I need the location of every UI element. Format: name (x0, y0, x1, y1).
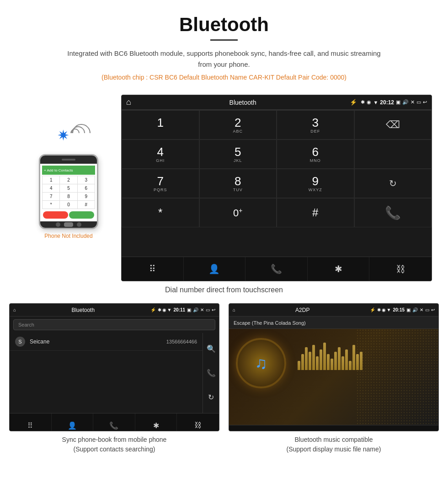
pb-nav-bt[interactable]: ✱ (135, 413, 177, 431)
pb-contact-row[interactable]: S Seicane 13566664466 (10, 333, 203, 351)
phone-btn (77, 222, 81, 227)
dial-grid: 1 . 2 ABC 3 DEF ⌫ 4 GHI 5 JKL 6 (122, 110, 432, 257)
pb-scr-icon[interactable]: ▭ (206, 307, 210, 312)
pb-title: Bluetooth (16, 307, 150, 313)
phone-key[interactable]: 5 (60, 184, 77, 192)
pb-cam-icon[interactable]: ▣ (187, 307, 191, 312)
close-icon[interactable]: ✕ (411, 99, 415, 105)
page-title: Bluetooth (9, 14, 439, 36)
phone-speaker (62, 159, 75, 161)
dial-key-6[interactable]: 6 MNO (277, 140, 354, 169)
dial-key-hash[interactable]: # (277, 198, 354, 227)
phone-key[interactable]: 6 (78, 184, 95, 192)
android-nav-bar: ⠿ 👤 📞 ✱ ⛓ (122, 257, 432, 281)
dial-key-refresh[interactable]: ↻ (354, 169, 432, 198)
pb-close-icon[interactable]: ✕ (200, 307, 204, 312)
music-bt-logo: ♫ (255, 354, 267, 373)
phone-key[interactable]: * (43, 201, 59, 209)
pb-contact-number: 13566664466 (166, 339, 197, 344)
location-icon: ◉ (367, 99, 371, 105)
phone-key[interactable]: 1 (43, 176, 59, 184)
signal-arc3 (69, 120, 95, 146)
nav-link[interactable]: ⛓ (369, 257, 432, 281)
statusbar-time: 20:12 (380, 99, 394, 106)
dial-key-9[interactable]: 9 WXYZ (277, 169, 354, 198)
phone-key[interactable]: 2 (60, 176, 77, 184)
dial-key-1[interactable]: 1 . (122, 110, 199, 140)
music-vol-icon[interactable]: 🔊 (412, 307, 418, 312)
pb-nav-dialpad[interactable]: ⠿ (10, 413, 52, 431)
pb-contact-avatar: S (15, 337, 25, 347)
dial-key-4[interactable]: 4 GHI (122, 140, 199, 169)
nav-bluetooth[interactable]: ✱ (308, 257, 370, 281)
pb-usb-icon: ⚡ (150, 307, 156, 312)
pb-nav-link[interactable]: ⛓ (177, 413, 219, 431)
music-sig-icon: ▼ (387, 307, 391, 312)
phone-btn (56, 222, 60, 227)
dial-key-0[interactable]: 0+ (199, 198, 277, 227)
pb-nav-phone[interactable]: 📞 (93, 413, 135, 431)
home-icon[interactable]: ⌂ (126, 97, 131, 107)
nav-dialpad[interactable]: ⠿ (122, 257, 184, 281)
back-icon[interactable]: ↩ (423, 99, 427, 105)
music-loc-icon: ◉ (382, 307, 386, 312)
phone-not-included-label: Phone Not Included (44, 233, 92, 239)
pb-sig-icon: ▼ (167, 307, 172, 312)
bluetooth-icon: ✷ (57, 127, 69, 144)
screen-icon[interactable]: ▭ (416, 99, 421, 105)
music-panel: ⌂ A2DP ⚡ ✱ ◉ ▼ 20:15 ▣ 🔊 ✕ ▭ ↩ Escape (T… (229, 303, 439, 454)
pb-contact-name: Seicane (30, 338, 166, 345)
bt-status-icon: ✱ (361, 99, 365, 105)
pb-refresh-icon[interactable]: ↻ (208, 393, 214, 402)
phone-screen: + Add to Contacts 1 2 3 4 5 6 7 8 9 * 0 … (40, 164, 97, 221)
pb-nav-contacts[interactable]: 👤 (52, 413, 94, 431)
dial-key-2[interactable]: 2 ABC (199, 110, 277, 140)
dial-key-8[interactable]: 8 TUV (199, 169, 277, 198)
dial-key-backspace[interactable]: ⌫ (354, 110, 432, 140)
android-dial-screen: ⌂ Bluetooth ⚡ ✱ ◉ ▼ 20:12 ▣ 🔊 ✕ ▭ ↩ 1 . (121, 95, 432, 281)
nav-contacts[interactable]: 👤 (184, 257, 246, 281)
pb-search-bar[interactable]: Search (13, 319, 215, 330)
music-scr-icon[interactable]: ▭ (425, 307, 429, 312)
music-usb-icon: ⚡ (370, 307, 375, 312)
pb-vol-icon[interactable]: 🔊 (193, 307, 198, 312)
music-main: ♫ (229, 329, 438, 425)
phone-home-btn (64, 222, 73, 227)
phone-key[interactable]: 9 (78, 193, 95, 200)
pb-bt-icon: ✱ (158, 307, 161, 312)
pb-call-icon[interactable]: 📞 (207, 369, 216, 377)
pb-back-icon[interactable]: ↩ (212, 307, 215, 312)
music-caption: Bluetooth music compatible(Support displ… (287, 435, 381, 454)
dial-key-5[interactable]: 5 JKL (199, 140, 277, 169)
music-next-btn[interactable]: ⏭ (354, 429, 364, 432)
music-prev-btn[interactable]: ⏮ (304, 429, 314, 432)
volume-icon[interactable]: 🔊 (402, 99, 409, 105)
pb-loc-icon: ◉ (162, 307, 166, 312)
music-close-icon[interactable]: ✕ (420, 307, 423, 312)
phone-key[interactable]: # (78, 201, 95, 209)
dial-key-call-green[interactable]: 📞 (354, 198, 432, 227)
phone-key[interactable]: 0 (60, 201, 77, 209)
phone-key[interactable]: 3 (78, 176, 95, 184)
statusbar-title: Bluetooth (136, 99, 350, 106)
phone-mockup: + Add to Contacts 1 2 3 4 5 6 7 8 9 * 0 … (39, 154, 98, 229)
page-header: Bluetooth Integrated with BC6 Bluetooth … (0, 0, 448, 95)
music-album-art: ♫ (236, 338, 286, 388)
specs-text: (Bluetooth chip : CSR BC6 Default Blueto… (9, 74, 439, 81)
music-playpause-btn[interactable]: ⏯ (327, 427, 340, 431)
music-cam-icon[interactable]: ▣ (406, 307, 411, 312)
statusbar: ⌂ Bluetooth ⚡ ✱ ◉ ▼ 20:12 ▣ 🔊 ✕ ▭ ↩ (122, 95, 432, 110)
pb-search-icon[interactable]: 🔍 (207, 344, 216, 353)
phone-dialpad: 1 2 3 4 5 6 7 8 9 * 0 # (42, 176, 95, 209)
music-back-icon[interactable]: ↩ (431, 307, 435, 312)
nav-phone[interactable]: 📞 (245, 257, 308, 281)
dial-key-star[interactable]: * (122, 198, 199, 227)
phone-key[interactable]: 8 (60, 193, 77, 200)
dial-key-3[interactable]: 3 DEF (277, 110, 354, 140)
music-statusbar: ⌂ A2DP ⚡ ✱ ◉ ▼ 20:15 ▣ 🔊 ✕ ▭ ↩ (229, 304, 438, 317)
dial-key-7[interactable]: 7 PQRS (122, 169, 199, 198)
phone-key[interactable]: 4 (43, 184, 59, 192)
camera-icon[interactable]: ▣ (396, 99, 400, 105)
phone-key[interactable]: 7 (43, 193, 59, 200)
phone-top-bar (40, 156, 97, 164)
